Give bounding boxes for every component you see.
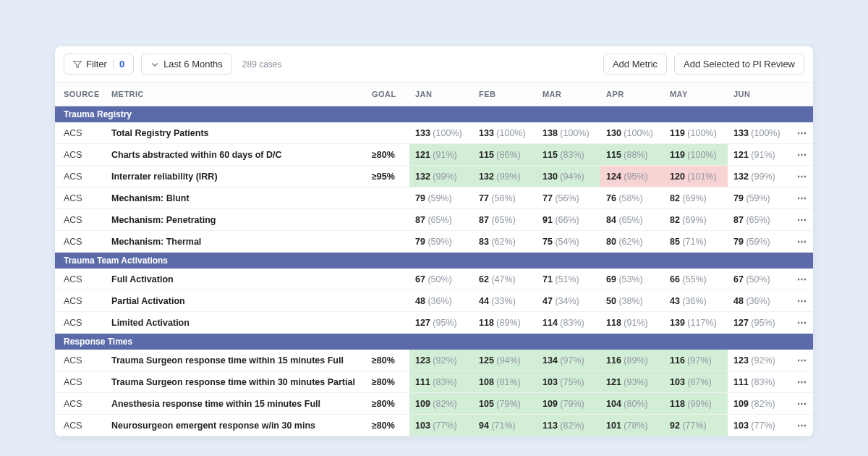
col-metric[interactable]: METRIC: [106, 83, 366, 106]
row-actions-button[interactable]: ⋯: [791, 122, 813, 144]
col-month-4[interactable]: MAY: [664, 83, 728, 106]
cell-month: 47 (34%): [537, 290, 600, 312]
cell-metric: Mechanism: Blunt: [106, 187, 366, 209]
table-row[interactable]: ACSCharts abstracted within 60 days of D…: [55, 144, 813, 166]
cell-month: 87 (65%): [409, 209, 473, 231]
cell-goal: ≥80%: [366, 144, 409, 166]
cell-month: 79 (59%): [728, 187, 791, 209]
group-header[interactable]: Response Times: [55, 334, 813, 350]
col-month-3[interactable]: APR: [600, 83, 664, 106]
cell-month: 133 (100%): [473, 122, 537, 144]
table-row[interactable]: ACSTrauma Surgeon response time within 1…: [55, 350, 813, 371]
row-actions-button[interactable]: ⋯: [791, 269, 813, 290]
table-row[interactable]: ACSTotal Registry Patients133 (100%)133 …: [55, 122, 813, 144]
cell-month: 120 (101%): [664, 166, 728, 187]
cell-month: 108 (81%): [473, 371, 537, 393]
cell-metric: Trauma Surgeon response time within 30 m…: [106, 371, 366, 393]
row-actions-button[interactable]: ⋯: [791, 166, 813, 187]
row-actions-button[interactable]: ⋯: [791, 371, 813, 393]
cell-month: 69 (53%): [600, 269, 664, 290]
cell-month: 138 (100%): [537, 122, 600, 144]
col-source[interactable]: SOURCE: [55, 83, 106, 106]
cell-source: ACS: [55, 350, 106, 371]
cell-source: ACS: [55, 122, 106, 144]
cell-month: 82 (69%): [664, 187, 728, 209]
table-row[interactable]: ACSTrauma Surgeon response time within 3…: [55, 371, 813, 393]
cell-month: 103 (87%): [664, 371, 728, 393]
cell-goal: [366, 187, 409, 209]
cases-count: 289 cases: [242, 59, 282, 69]
table-row[interactable]: ACSNeurosurgeon emergent response w/in 3…: [55, 415, 813, 436]
col-goal[interactable]: GOAL: [366, 83, 409, 106]
cell-month: 132 (99%): [473, 166, 537, 187]
table-row[interactable]: ACSAnesthesia response time within 15 mi…: [55, 393, 813, 415]
row-actions-button[interactable]: ⋯: [791, 393, 813, 415]
cell-metric: Mechanism: Thermal: [106, 231, 366, 253]
cell-month: 76 (58%): [600, 187, 664, 209]
cell-month: 48 (36%): [409, 290, 473, 312]
col-month-5[interactable]: JUN: [728, 83, 791, 106]
cell-source: ACS: [55, 166, 106, 187]
col-month-0[interactable]: JAN: [409, 83, 473, 106]
cell-month: 109 (79%): [537, 393, 600, 415]
add-metric-button[interactable]: Add Metric: [603, 54, 667, 75]
cell-month: 109 (82%): [409, 393, 473, 415]
group-header[interactable]: Trauma Registry: [55, 106, 813, 123]
row-actions-button[interactable]: ⋯: [791, 415, 813, 436]
cell-month: 130 (94%): [537, 166, 600, 187]
cell-source: ACS: [55, 231, 106, 253]
table-row[interactable]: ACSLimited Activation127 (95%)118 (89%)1…: [55, 312, 813, 334]
row-actions-button[interactable]: ⋯: [791, 290, 813, 312]
col-month-1[interactable]: FEB: [473, 83, 537, 106]
cell-month: 115 (83%): [537, 144, 600, 166]
cell-month: 115 (86%): [473, 144, 537, 166]
cell-month: 130 (100%): [600, 122, 664, 144]
filter-button[interactable]: Filter 0: [64, 54, 134, 75]
cell-goal: ≥80%: [366, 393, 409, 415]
row-actions-button[interactable]: ⋯: [791, 312, 813, 334]
cell-month: 118 (99%): [664, 393, 728, 415]
cell-month: 109 (82%): [728, 393, 791, 415]
cell-goal: [366, 209, 409, 231]
cell-month: 101 (78%): [600, 415, 664, 436]
table-row[interactable]: ACSMechanism: Penetrating87 (65%)87 (65%…: [55, 209, 813, 231]
cell-month: 80 (62%): [600, 231, 664, 253]
table-row[interactable]: ACSFull Activation67 (50%)62 (47%)71 (51…: [55, 269, 813, 290]
cell-metric: Full Activation: [106, 269, 366, 290]
row-actions-button[interactable]: ⋯: [791, 144, 813, 166]
cell-month: 132 (99%): [409, 166, 473, 187]
cell-month: 94 (71%): [473, 415, 537, 436]
cell-month: 83 (62%): [473, 231, 537, 253]
cell-source: ACS: [55, 209, 106, 231]
table-row[interactable]: ACSMechanism: Blunt79 (59%)77 (58%)77 (5…: [55, 187, 813, 209]
cell-month: 48 (36%): [728, 290, 791, 312]
cell-goal: [366, 269, 409, 290]
cell-source: ACS: [55, 393, 106, 415]
cell-month: 116 (89%): [600, 350, 664, 371]
cell-source: ACS: [55, 371, 106, 393]
cell-month: 79 (59%): [409, 231, 473, 253]
cell-month: 44 (33%): [473, 290, 537, 312]
cell-month: 105 (79%): [473, 393, 537, 415]
col-month-2[interactable]: MAR: [537, 83, 600, 106]
row-actions-button[interactable]: ⋯: [791, 187, 813, 209]
table-row[interactable]: ACSInterrater reliability (IRR)≥95%132 (…: [55, 166, 813, 187]
cell-source: ACS: [55, 187, 106, 209]
row-actions-button[interactable]: ⋯: [791, 209, 813, 231]
cell-month: 77 (56%): [537, 187, 600, 209]
cell-month: 134 (97%): [537, 350, 600, 371]
table-row[interactable]: ACSPartial Activation48 (36%)44 (33%)47 …: [55, 290, 813, 312]
row-actions-button[interactable]: ⋯: [791, 350, 813, 371]
cell-month: 75 (54%): [537, 231, 600, 253]
cell-month: 111 (83%): [409, 371, 473, 393]
cell-month: 62 (47%): [473, 269, 537, 290]
cell-month: 87 (65%): [473, 209, 537, 231]
row-actions-button[interactable]: ⋯: [791, 231, 813, 253]
cell-month: 114 (83%): [537, 312, 600, 334]
table-row[interactable]: ACSMechanism: Thermal79 (59%)83 (62%)75 …: [55, 231, 813, 253]
add-to-pi-review-button[interactable]: Add Selected to PI Review: [674, 54, 804, 75]
group-header[interactable]: Trauma Team Activations: [55, 253, 813, 269]
cell-month: 103 (77%): [728, 415, 791, 436]
cell-month: 124 (95%): [600, 166, 664, 187]
date-range-button[interactable]: Last 6 Months: [141, 54, 232, 75]
